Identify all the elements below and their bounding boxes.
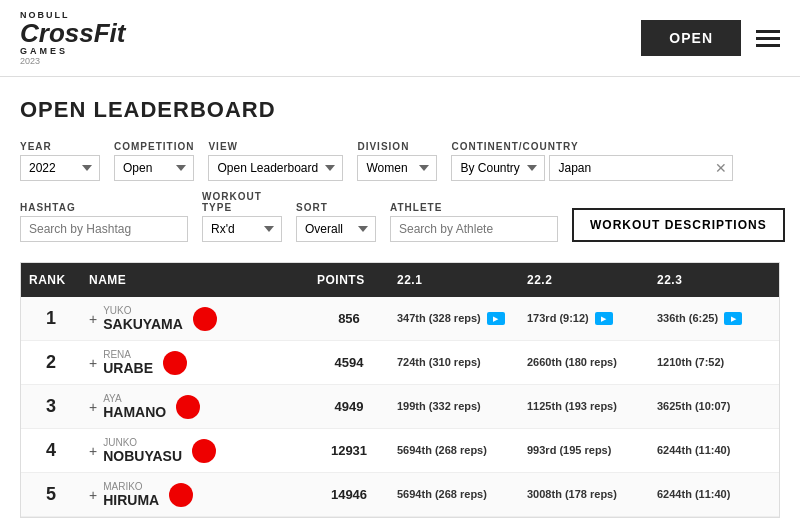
view-select[interactable]: Open Leaderboard bbox=[208, 155, 343, 181]
flag-5 bbox=[169, 483, 193, 507]
score3-3: 3625th (10:07) bbox=[649, 391, 779, 422]
hashtag-input[interactable] bbox=[20, 216, 188, 242]
rank-2: 2 bbox=[21, 344, 81, 381]
workout-type-filter: WORKOUT TYPE Rx'd bbox=[202, 191, 282, 242]
competition-filter: COMPETITION Open bbox=[114, 141, 194, 181]
division-label: DIVISION bbox=[357, 141, 437, 152]
sort-label: SORT bbox=[296, 202, 376, 213]
th-rank: RANK bbox=[21, 263, 81, 297]
country-input-wrap: ✕ bbox=[549, 155, 733, 181]
header: NOBULL CrossFit GAMES 2023 OPEN bbox=[0, 0, 800, 77]
table-row: 5 + MARIKO HIRUMA 14946 5694th (268 reps… bbox=[21, 473, 779, 517]
rank-4: 4 bbox=[21, 432, 81, 469]
first-name-5: MARIKO bbox=[103, 481, 159, 492]
table-row: 3 + AYA HAMANO 4949 199th (332 reps) 112… bbox=[21, 385, 779, 429]
score2-4: 993rd (195 reps) bbox=[519, 435, 649, 466]
name-cell-4: + JUNKO NOBUYASU bbox=[81, 429, 309, 472]
hashtag-label: HASHTAG bbox=[20, 202, 188, 213]
score3-1: 336th (6:25) bbox=[649, 303, 779, 334]
last-name-5: HIRUMA bbox=[103, 492, 159, 508]
athlete-label: ATHLETE bbox=[390, 202, 558, 213]
continent-filter: CONTINENT/COUNTRY By Country ✕ bbox=[451, 141, 733, 181]
name-cell-1: + YUKO SAKUYAMA bbox=[81, 297, 309, 340]
flag-2 bbox=[163, 351, 187, 375]
sort-filter: SORT Overall bbox=[296, 202, 376, 242]
video-icon-1-1[interactable] bbox=[487, 312, 505, 325]
name-cell-3: + AYA HAMANO bbox=[81, 385, 309, 428]
continent-label: CONTINENT/COUNTRY bbox=[451, 141, 733, 152]
th-22-1: 22.1 bbox=[389, 263, 519, 297]
division-filter: DIVISION Women bbox=[357, 141, 437, 181]
year-filter: YEAR 2022 bbox=[20, 141, 100, 181]
expand-icon-4[interactable]: + bbox=[89, 443, 97, 459]
athlete-filter: ATHLETE bbox=[390, 202, 558, 242]
workout-type-select[interactable]: Rx'd bbox=[202, 216, 282, 242]
expand-icon-2[interactable]: + bbox=[89, 355, 97, 371]
flag-3 bbox=[176, 395, 200, 419]
page-title: OPEN LEADERBOARD bbox=[20, 97, 780, 123]
view-filter: VIEW Open Leaderboard bbox=[208, 141, 343, 181]
video-icon-1-3[interactable] bbox=[724, 312, 742, 325]
competition-select[interactable]: Open bbox=[114, 155, 194, 181]
table-header: RANK NAME POINTS 22.1 22.2 22.3 bbox=[21, 263, 779, 297]
flag-1 bbox=[193, 307, 217, 331]
first-name-3: AYA bbox=[103, 393, 166, 404]
first-name-4: JUNKO bbox=[103, 437, 182, 448]
th-name: NAME bbox=[81, 263, 309, 297]
athlete-input[interactable] bbox=[390, 216, 558, 242]
country-input[interactable] bbox=[549, 155, 733, 181]
hamburger-menu[interactable] bbox=[756, 30, 780, 47]
last-name-4: NOBUYASU bbox=[103, 448, 182, 464]
table-row: 4 + JUNKO NOBUYASU 12931 5694th (268 rep… bbox=[21, 429, 779, 473]
expand-icon-5[interactable]: + bbox=[89, 487, 97, 503]
points-4: 12931 bbox=[309, 435, 389, 466]
first-name-2: RENA bbox=[103, 349, 153, 360]
view-label: VIEW bbox=[208, 141, 343, 152]
table-row: 1 + YUKO SAKUYAMA 856 347th (328 reps) 1… bbox=[21, 297, 779, 341]
expand-icon-3[interactable]: + bbox=[89, 399, 97, 415]
division-select[interactable]: Women bbox=[357, 155, 437, 181]
logo-crossfit: CrossFit bbox=[20, 20, 125, 46]
points-2: 4594 bbox=[309, 347, 389, 378]
hamburger-line-2 bbox=[756, 37, 780, 40]
workout-descriptions-button[interactable]: WORKOUT DESCRIPTIONS bbox=[572, 208, 785, 242]
last-name-3: HAMANO bbox=[103, 404, 166, 420]
filters-row-1: YEAR 2022 COMPETITION Open VIEW Open Lea… bbox=[20, 141, 780, 181]
hashtag-filter: HASHTAG bbox=[20, 202, 188, 242]
logo-games: GAMES bbox=[20, 46, 125, 56]
score2-3: 1125th (193 reps) bbox=[519, 391, 649, 422]
score3-2: 1210th (7:52) bbox=[649, 347, 779, 378]
page-content: OPEN LEADERBOARD YEAR 2022 COMPETITION O… bbox=[0, 77, 800, 529]
country-clear-icon[interactable]: ✕ bbox=[715, 160, 727, 176]
rank-1: 1 bbox=[21, 300, 81, 337]
name-cell-2: + RENA URABE bbox=[81, 341, 309, 384]
expand-icon-1[interactable]: + bbox=[89, 311, 97, 327]
points-5: 14946 bbox=[309, 479, 389, 510]
th-22-2: 22.2 bbox=[519, 263, 649, 297]
table-row: 2 + RENA URABE 4594 724th (310 reps) 266… bbox=[21, 341, 779, 385]
th-22-3: 22.3 bbox=[649, 263, 779, 297]
first-name-1: YUKO bbox=[103, 305, 183, 316]
hamburger-line-1 bbox=[756, 30, 780, 33]
score1-3: 199th (332 reps) bbox=[389, 391, 519, 422]
score1-1: 347th (328 reps) bbox=[389, 303, 519, 334]
score3-5: 6244th (11:40) bbox=[649, 479, 779, 510]
last-name-1: SAKUYAMA bbox=[103, 316, 183, 332]
rank-5: 5 bbox=[21, 476, 81, 513]
leaderboard-table: RANK NAME POINTS 22.1 22.2 22.3 1 + YUKO… bbox=[20, 262, 780, 518]
last-name-2: URABE bbox=[103, 360, 153, 376]
open-button[interactable]: OPEN bbox=[641, 20, 741, 56]
hamburger-line-3 bbox=[756, 44, 780, 47]
logo: NOBULL CrossFit GAMES 2023 bbox=[20, 10, 125, 66]
name-cell-5: + MARIKO HIRUMA bbox=[81, 473, 309, 516]
score2-1: 173rd (9:12) bbox=[519, 303, 649, 334]
header-right: OPEN bbox=[641, 20, 780, 56]
workout-type-label: WORKOUT TYPE bbox=[202, 191, 282, 213]
video-icon-1-2[interactable] bbox=[595, 312, 613, 325]
points-1: 856 bbox=[309, 303, 389, 334]
continent-select[interactable]: By Country bbox=[451, 155, 545, 181]
points-3: 4949 bbox=[309, 391, 389, 422]
score3-4: 6244th (11:40) bbox=[649, 435, 779, 466]
year-select[interactable]: 2022 bbox=[20, 155, 100, 181]
sort-select[interactable]: Overall bbox=[296, 216, 376, 242]
